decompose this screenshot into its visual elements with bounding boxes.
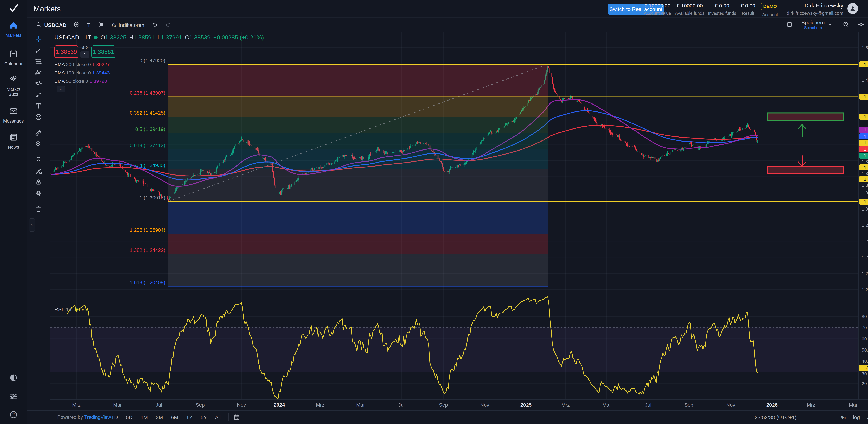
undo-icon [151,21,158,28]
fib-level-label: 0.618 (1.37412) [130,143,165,148]
ema-200-legend[interactable]: EMA 200 close 0 1.39227 [54,62,110,67]
chart-canvas[interactable]: 0 (1.47920)0.236 (1.43907)0.382 (1.41425… [50,32,859,399]
plus-circle-icon [73,21,80,28]
tool-fib-retracement[interactable] [34,57,43,66]
quantity-box[interactable]: 1 [81,51,89,58]
price-axis-tick: 80.00 [862,314,868,319]
scale-auto[interactable]: auto [865,414,868,421]
ema-50-legend[interactable]: EMA 50 close 0 1.39790 [54,79,107,84]
tool-zoom-in[interactable] [34,140,43,148]
sell-bid-button[interactable]: 1.38539 [54,46,78,58]
price-label-box: 1.38539 [859,153,868,158]
svg-text:?: ? [12,412,15,417]
down-arrow[interactable] [798,156,806,166]
sidebar-item-news[interactable]: News [0,132,27,150]
quick-search-button[interactable] [839,21,853,29]
tool-xabcd-pattern[interactable] [34,68,43,77]
time-axis-tick: Mrz [66,402,87,408]
time-axis-tick: Mai [350,402,371,408]
time-axis-tick: 2026 [762,402,782,408]
toolbar-collapse-handle[interactable]: › [29,218,35,232]
stop-zone[interactable] [768,166,844,174]
tool-ruler[interactable] [34,128,43,137]
sidebar-item-label: Calendar [0,61,27,66]
undo-button[interactable] [148,21,161,29]
user-info[interactable]: Dirk Friczewsky dirk.friczewsky@gmail.co… [787,2,843,16]
range-1y[interactable]: 1Y [184,414,195,421]
preferences-button[interactable] [0,392,27,402]
range-all[interactable]: All [212,414,223,421]
time-axis[interactable]: MrzMaiJulSepNov2024MrzMaiJulSepNov2025Mr… [50,399,868,411]
price-axis[interactable]: 1.500001.479201.460001.439071.414251.397… [859,32,868,399]
tradingview-link[interactable]: TradingView [84,415,111,420]
sidebar-item-label: Messages [0,118,27,124]
sidebar-item-label: Markets [0,33,27,38]
range-1m[interactable]: 1M [138,414,151,421]
price-chart[interactable]: 0 (1.47920)0.236 (1.43907)0.382 (1.41425… [50,32,859,399]
chart-style-button[interactable] [94,21,107,29]
help-button[interactable]: ? [0,410,27,420]
tool-magnet[interactable] [34,155,43,164]
compare-add-button[interactable] [70,21,84,29]
buzz-icon [9,74,19,84]
range-5y[interactable]: 5Y [198,414,210,421]
rsi-value: 33.95 [74,306,87,312]
tool-text-tool[interactable] [34,101,43,110]
clock[interactable]: 23:52:38 (UTC+1) [755,415,797,420]
range-5d[interactable]: 5D [123,414,135,421]
legend-collapse-button[interactable]: › [57,86,65,92]
ema-100-legend[interactable]: EMA 100 close 0 1.39443 [54,70,110,76]
time-axis-tick: Mai [596,402,617,408]
market-open-dot [94,36,98,39]
time-axis-tick: Nov [720,402,741,408]
indicators-button[interactable]: ƒx Indikatoren [108,22,148,28]
chevron-down-icon [827,22,832,27]
range-3m[interactable]: 3M [153,414,166,421]
house-icon [9,21,19,30]
scale-percent[interactable]: % [839,414,848,421]
legend-symbol[interactable]: USDCAD · 1T [54,34,91,41]
range-1d[interactable]: 1D [108,414,121,421]
tool-brush[interactable] [34,90,43,99]
tool-hide-drawings[interactable] [34,189,43,198]
up-arrow[interactable] [798,125,806,137]
flash-search-icon [842,21,849,28]
price-label-box: 1.43907 [859,94,868,100]
symbol-search[interactable]: USDCAD [32,21,70,29]
tool-edit-lock[interactable] [34,166,43,175]
price-axis-tick: 60.00 [862,336,868,342]
sidebar-item-markets[interactable]: Markets [0,21,27,38]
layout-select-button[interactable] [783,21,797,29]
tool-trendline[interactable] [34,46,43,55]
price-axis-tick: 1.36000 [862,171,868,176]
rsi-legend[interactable]: RSI 14 33.95 [54,306,87,312]
theme-contrast-button[interactable] [0,373,27,383]
time-axis-tick: Sep [433,402,454,408]
sidebar-item-messages[interactable]: Messages [0,106,27,124]
redo-button[interactable] [161,21,175,29]
range-6m[interactable]: 6M [168,414,181,421]
tool-lock[interactable] [34,178,43,186]
tool-emoji[interactable] [34,113,43,121]
target-zone[interactable] [768,113,844,121]
sidebar-item-market-buzz[interactable]: Market Buzz [0,74,27,97]
time-axis-tick: Mrz [555,402,576,408]
save-button[interactable]: Speichern Speichern [798,20,836,30]
tool-trash[interactable] [34,205,43,213]
tool-crosshair[interactable] [34,35,43,43]
app-sidebar: MarketsCalendarMarket BuzzMessagesNews ? [0,0,27,424]
search-icon [36,21,42,28]
scale-log[interactable]: log [850,414,863,421]
sidebar-item-calendar[interactable]: Calendar [0,49,27,66]
settings-button[interactable] [854,21,868,29]
interval-button[interactable]: T [84,22,94,28]
brand-logo[interactable] [0,2,27,14]
axis-settings-button[interactable] [867,389,868,397]
tool-projection[interactable] [34,79,43,88]
avatar[interactable] [847,3,858,14]
price-axis-tick: 1.30000 [862,207,868,212]
price-axis-tick: 1.20000 [862,287,868,293]
goto-date-button[interactable] [228,414,240,421]
time-axis-tick: 2025 [516,402,536,408]
buy-ask-button[interactable]: 1.38581 [92,46,116,58]
